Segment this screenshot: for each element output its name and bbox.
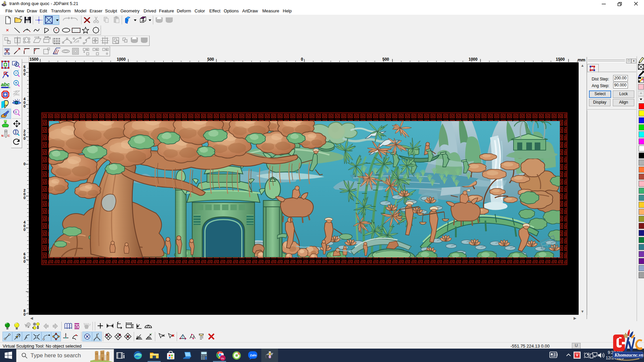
- svg-text:Khomaucnc.vn: Khomaucnc.vn: [614, 353, 643, 358]
- svg-text:x: x: [99, 339, 101, 341]
- svg-text:y: y: [94, 339, 95, 341]
- svg-text:Zalo: Zalo: [250, 353, 257, 357]
- svg-text:C: C: [8, 134, 10, 137]
- svg-text:abc: abc: [1, 81, 10, 87]
- svg-text:N: N: [1, 134, 4, 137]
- svg-text:Vo: Vo: [221, 357, 224, 360]
- svg-text:i: i: [15, 110, 16, 114]
- svg-text:z: z: [98, 333, 99, 335]
